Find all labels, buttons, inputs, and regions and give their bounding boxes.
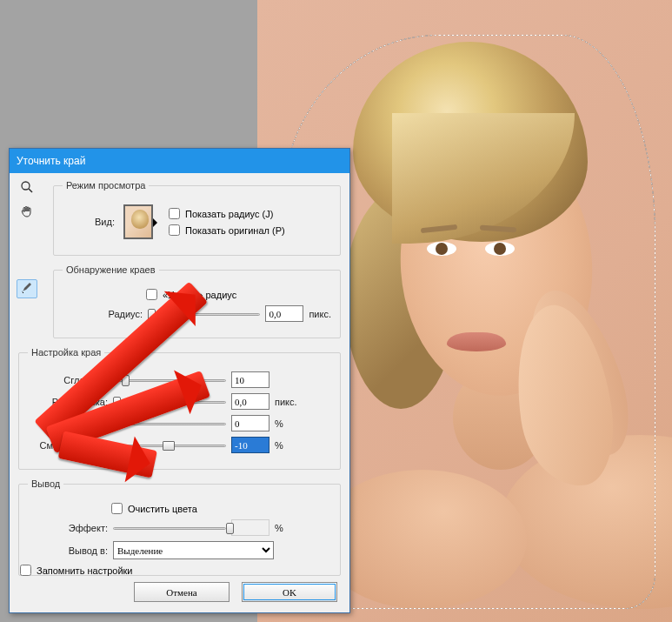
label-effect: Эффект: xyxy=(28,523,108,533)
titlebar[interactable]: Уточнить край xyxy=(10,149,349,173)
input-effect xyxy=(231,519,269,536)
group-view-mode: Режим просмотра Вид: Показать радиус (J)… xyxy=(53,180,341,256)
hand-icon xyxy=(20,204,34,220)
remember-check[interactable] xyxy=(20,565,31,576)
dialog-title: Уточнить край xyxy=(17,155,85,167)
label-output-to: Вывод в: xyxy=(28,545,108,556)
legend-edge-adjust: Настройка края xyxy=(28,347,104,358)
input-contrast[interactable] xyxy=(231,415,269,431)
show-radius-check[interactable] xyxy=(169,208,180,219)
input-radius[interactable] xyxy=(265,305,303,322)
checkbox-remember[interactable]: Запомнить настройки xyxy=(20,565,133,576)
label-view: Вид: xyxy=(63,217,115,227)
unit-feather: пикс. xyxy=(275,397,297,407)
select-output-to[interactable]: Выделение xyxy=(113,541,274,559)
unit-shift: % xyxy=(275,440,283,451)
pan-tool[interactable] xyxy=(17,203,37,222)
view-thumbnail-dropdown[interactable] xyxy=(123,204,153,239)
svg-line-1 xyxy=(29,189,32,192)
input-smooth[interactable] xyxy=(231,371,269,388)
checkbox-show-original[interactable]: Показать оригинал (P) xyxy=(169,224,285,236)
label-radius: Радиус: xyxy=(63,309,143,319)
label-show-radius: Показать радиус (J) xyxy=(185,209,273,219)
cancel-label: Отмена xyxy=(166,587,196,598)
label-show-original: Показать оригинал (P) xyxy=(185,225,285,236)
refine-brush-tool[interactable] xyxy=(17,279,37,298)
group-output: Вывод Очистить цвета Эффект: % Вывод в: … xyxy=(18,478,341,576)
label-remember: Запомнить настройки xyxy=(37,565,133,576)
checkbox-show-radius[interactable]: Показать радиус (J) xyxy=(169,208,285,219)
legend-view-mode: Режим просмотра xyxy=(63,180,149,191)
slider-effect xyxy=(113,521,226,535)
label-clean-colors: Очистить цвета xyxy=(128,504,197,514)
ok-button[interactable]: OK xyxy=(242,582,337,602)
zoom-tool[interactable] xyxy=(17,178,37,197)
legend-output: Вывод xyxy=(28,478,63,489)
tool-column xyxy=(17,178,39,304)
svg-point-0 xyxy=(22,182,30,190)
ok-label: OK xyxy=(283,587,296,598)
smart-radius-check[interactable] xyxy=(146,289,157,300)
cancel-button[interactable]: Отмена xyxy=(134,582,230,602)
magnifier-icon xyxy=(20,180,34,196)
show-original-check[interactable] xyxy=(169,224,180,236)
unit-effect: % xyxy=(275,523,283,533)
legend-edge-detect: Обнаружение краев xyxy=(63,264,159,275)
unit-radius: пикс. xyxy=(309,309,331,319)
brush-icon xyxy=(20,281,34,297)
chevron-down-icon xyxy=(153,218,162,227)
clean-colors-check[interactable] xyxy=(111,503,123,514)
close-button[interactable] xyxy=(320,150,349,173)
input-feather[interactable] xyxy=(231,393,269,410)
unit-contrast: % xyxy=(275,418,283,429)
input-shift[interactable] xyxy=(231,437,269,453)
